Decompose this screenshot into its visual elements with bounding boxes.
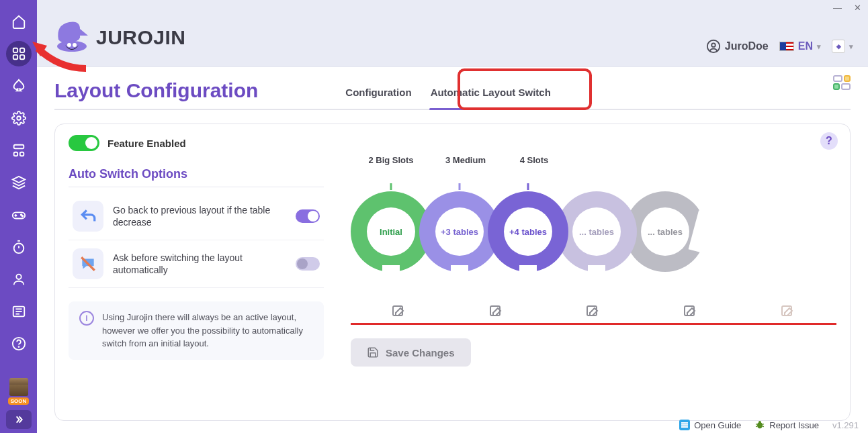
tab-configuration[interactable]: Configuration xyxy=(345,87,411,102)
tab-auto-switch[interactable]: Automatic Layout Switch xyxy=(431,87,551,102)
svg-line-38 xyxy=(756,424,758,425)
svg-rect-6 xyxy=(13,152,17,156)
svg-rect-1 xyxy=(19,48,24,52)
auto-switch-options: Auto Switch Options Go back to previous … xyxy=(69,167,324,410)
svg-rect-3 xyxy=(19,55,24,59)
layers-icon xyxy=(11,175,26,190)
feature-enabled-label: Feature Enabled xyxy=(107,138,186,149)
chevron-right-icon xyxy=(13,414,24,425)
home-icon xyxy=(11,14,26,29)
treasure-icon xyxy=(9,381,28,396)
gear-icon xyxy=(11,111,26,126)
option-ask-toggle[interactable] xyxy=(296,257,320,271)
edit-layout-1[interactable] xyxy=(391,304,407,320)
logo-text: JUROJIN xyxy=(96,26,186,49)
chevron-down-icon: ▾ xyxy=(849,42,853,51)
user-name: JuroDoe xyxy=(725,40,769,52)
sidebar-spade[interactable] xyxy=(6,73,32,99)
svg-point-4 xyxy=(17,116,21,120)
sidebar: SOON xyxy=(0,0,37,433)
info-box: i Using Jurojin there will always be an … xyxy=(69,301,324,360)
sidebar-hud[interactable] xyxy=(6,138,32,163)
language-selector[interactable]: EN ▾ xyxy=(779,40,821,52)
sidebar-layouts[interactable] xyxy=(6,41,32,66)
option-ask-label: Ask before switching the layout automati… xyxy=(113,252,286,276)
grid-icon xyxy=(11,46,26,61)
option-ask: Ask before switching the layout automati… xyxy=(69,240,324,288)
chevron-down-icon: ▾ xyxy=(817,42,821,51)
save-changes-button[interactable]: Save Changes xyxy=(351,338,471,367)
soon-badge: SOON xyxy=(8,397,30,405)
guide-icon xyxy=(679,420,690,430)
edit-layout-5[interactable] xyxy=(780,304,796,320)
open-guide-label: Open Guide xyxy=(694,420,741,430)
svg-point-37 xyxy=(758,421,761,424)
panel-help-button[interactable]: ? xyxy=(820,132,838,150)
tabs: Configuration Automatic Layout Switch xyxy=(345,87,551,102)
svg-marker-8 xyxy=(12,177,24,183)
logo: JUROJIN xyxy=(53,18,186,57)
feature-enabled-toggle[interactable] xyxy=(69,135,99,151)
svg-point-25 xyxy=(57,41,87,52)
version-label: v1.291 xyxy=(832,420,859,430)
sidebar-collapse[interactable] xyxy=(6,410,32,429)
sidebar-layers[interactable] xyxy=(6,170,32,195)
option-go-back-toggle[interactable] xyxy=(296,209,320,223)
save-button-label: Save Changes xyxy=(386,347,455,358)
ring-step-3: +4 tables xyxy=(488,191,568,272)
main-area: — ✕ JUROJIN JuroDoe EN ▾ xyxy=(37,0,868,433)
layout-presets-button[interactable] xyxy=(833,75,851,90)
edit-layout-4[interactable] xyxy=(683,304,699,320)
svg-rect-5 xyxy=(13,145,24,149)
sidebar-account[interactable] xyxy=(6,267,32,292)
svg-point-26 xyxy=(67,43,71,47)
ring-label-1: 2 Big Slots xyxy=(351,155,431,165)
report-issue-label: Report Issue xyxy=(769,420,819,430)
logo-mark xyxy=(53,18,92,57)
edit-layout-2[interactable] xyxy=(488,304,505,320)
edit-row xyxy=(351,304,836,325)
sidebar-timer[interactable] xyxy=(6,234,32,260)
feature-panel: Feature Enabled ? Auto Switch Options Go… xyxy=(54,124,851,421)
svg-line-41 xyxy=(763,426,764,427)
user-menu[interactable]: JuroDoe xyxy=(706,39,769,54)
undo-icon xyxy=(73,201,103,232)
hud-icon xyxy=(11,143,26,158)
sidebar-home[interactable] xyxy=(6,9,32,34)
svg-line-39 xyxy=(763,424,765,425)
option-go-back-label: Go back to previous layout if the table … xyxy=(113,204,286,228)
info-icon: i xyxy=(79,311,94,326)
layout-chain: 2 Big Slots 3 Medium 4 Slots Initial +3 … xyxy=(351,167,836,410)
theme-selector[interactable]: ◆ ▾ xyxy=(832,40,853,53)
option-go-back: Go back to previous layout if the table … xyxy=(69,193,324,240)
language-code: EN xyxy=(798,40,813,52)
news-icon xyxy=(11,304,26,319)
ring-label-2: 3 Medium xyxy=(431,155,500,165)
chat-off-icon xyxy=(73,248,103,279)
sidebar-settings[interactable] xyxy=(6,105,32,131)
bug-icon xyxy=(754,420,765,430)
stopwatch-icon xyxy=(11,240,26,254)
user-circle-icon xyxy=(706,39,721,54)
svg-point-23 xyxy=(18,346,19,347)
theme-icon: ◆ xyxy=(832,40,845,53)
edit-layout-3[interactable] xyxy=(585,304,601,320)
content: Layout Configuration Configuration Autom… xyxy=(37,67,868,433)
svg-point-13 xyxy=(21,215,23,217)
svg-rect-7 xyxy=(19,152,24,156)
sidebar-treasure[interactable]: SOON xyxy=(8,381,30,405)
footer: Open Guide Report Issue v1.291 xyxy=(679,420,859,430)
sidebar-news[interactable] xyxy=(6,299,32,324)
help-icon xyxy=(11,336,26,351)
open-guide-link[interactable]: Open Guide xyxy=(679,420,741,430)
svg-point-27 xyxy=(73,43,77,47)
report-issue-link[interactable]: Report Issue xyxy=(754,420,819,430)
sidebar-games[interactable] xyxy=(6,202,32,228)
svg-point-17 xyxy=(16,275,21,279)
svg-line-40 xyxy=(756,426,757,427)
save-icon xyxy=(367,346,379,358)
svg-point-29 xyxy=(711,43,715,47)
spade-icon xyxy=(11,79,26,93)
sidebar-help[interactable] xyxy=(6,331,32,356)
page-header: Layout Configuration Configuration Autom… xyxy=(54,79,851,110)
